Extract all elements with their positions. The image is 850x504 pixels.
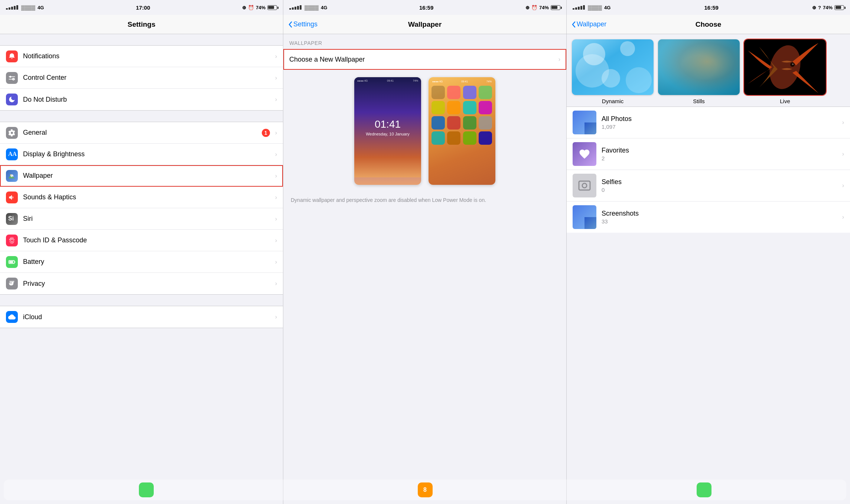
section-general: General 1 › AA Display & Brightness ›: [0, 122, 283, 295]
selfies-count: 0: [602, 187, 840, 193]
live-label: Live: [780, 98, 790, 104]
chevron-sounds: ›: [275, 194, 277, 201]
chevron-privacy: ›: [275, 280, 277, 287]
signal-2: [289, 5, 302, 10]
display-icon: AA: [6, 148, 18, 160]
status-right-1: ⊕ ⏰ 74%: [242, 5, 277, 10]
sidebar-item-touch-id-passcode[interactable]: Touch ID & Passcode ›: [0, 230, 283, 251]
general-icon: [6, 127, 18, 139]
dnd-label: Do Not Disturb: [23, 96, 273, 104]
selfies-thumb: [573, 174, 596, 197]
wallpaper-types: Dynamic Stills: [567, 34, 850, 107]
screenshots-thumb: [573, 205, 596, 229]
svg-point-5: [10, 174, 11, 175]
sidebar-item-do-not-disturb[interactable]: Do Not Disturb ›: [0, 89, 283, 110]
chevron-control-center: ›: [275, 75, 277, 81]
location-icon-2: ⊕: [525, 5, 530, 10]
status-left-2: ▓▓▓▓ 4G: [289, 5, 327, 10]
nav-bar-settings: Settings: [0, 15, 283, 34]
chevron-general: ›: [275, 130, 277, 136]
app-icon-9: [431, 116, 445, 130]
spacer-3: [0, 295, 283, 306]
sidebar-item-sounds-haptics[interactable]: Sounds & Haptics ›: [0, 187, 283, 208]
sidebar-item-privacy[interactable]: Privacy ›: [0, 273, 283, 294]
screenshots-info: Screenshots 33: [602, 210, 840, 225]
favorites-thumb: [573, 142, 596, 166]
signal-1: [6, 5, 18, 10]
spacer-2: [0, 111, 283, 122]
question-icon-3: ?: [818, 5, 821, 10]
svg-point-10: [792, 63, 794, 65]
status-right-2: ⊕ ⏰ 74%: [525, 5, 560, 10]
control-center-label: Control Center: [23, 74, 273, 82]
chevron-screenshots: ›: [842, 214, 844, 220]
chevron-battery: ›: [275, 259, 277, 265]
sidebar-item-display-brightness[interactable]: AA Display & Brightness ›: [0, 144, 283, 165]
app-icon-2: [447, 86, 460, 99]
all-photos-name: All Photos: [602, 115, 840, 123]
toggle-svg: [8, 74, 16, 82]
home-screen-preview[interactable]: ●●●● 4G 09:41 74%: [429, 77, 495, 185]
fingerprint-svg: [8, 237, 16, 244]
section-notifications: Notifications › Control Center ›: [0, 45, 283, 111]
wallpaper-type-stills[interactable]: Stills: [658, 39, 740, 104]
bokeh-5: [602, 69, 620, 88]
chevron-notifications: ›: [275, 53, 277, 60]
lock-screen-bg: ●●●● 4G 09:41 74% 01:41 Wednesday, 10 Ja…: [354, 77, 421, 185]
selfies-name: Selfies: [602, 178, 840, 186]
aa-text: AA: [8, 151, 16, 158]
back-to-settings[interactable]: Settings: [289, 20, 317, 28]
chevron-choose-wallpaper: ›: [558, 56, 560, 63]
back-chevron-icon-2: [572, 22, 576, 27]
album-selfies[interactable]: Selfies 0 ›: [567, 170, 850, 202]
chevron-all-photos: ›: [842, 119, 844, 126]
back-label-settings: Settings: [293, 20, 317, 28]
siri-label: Siri: [23, 215, 273, 223]
icloud-label: iCloud: [23, 313, 273, 321]
wallpaper-type-live[interactable]: Live: [744, 39, 826, 104]
sidebar-item-control-center[interactable]: Control Center ›: [0, 67, 283, 89]
sidebar-item-siri[interactable]: Si Siri ›: [0, 208, 283, 230]
album-all-photos[interactable]: All Photos 1,097 ›: [567, 107, 850, 138]
lock-screen-preview[interactable]: ●●●● 4G 09:41 74% 01:41 Wednesday, 10 Ja…: [354, 77, 421, 185]
display-label: Display & Brightness: [23, 150, 273, 158]
siri-text: Si: [8, 215, 16, 223]
siri-icon: Si: [6, 213, 18, 225]
app-icon-1: [431, 86, 445, 99]
page-title-wallpaper: Wallpaper: [408, 20, 442, 29]
chevron-touch-id: ›: [275, 237, 277, 244]
battery-fill-2: [551, 6, 557, 9]
chevron-siri: ›: [275, 216, 277, 222]
lock-date-text: Wednesday, 10 January: [366, 132, 410, 136]
album-screenshots[interactable]: Screenshots 33 ›: [567, 202, 850, 233]
choose-new-wallpaper-row[interactable]: Choose a New Wallpaper ›: [283, 49, 566, 70]
chevron-icloud: ›: [275, 314, 277, 320]
app-icon-4: [479, 86, 492, 99]
sidebar-item-wallpaper[interactable]: Wallpaper ›: [0, 165, 283, 187]
wallpaper-note: Dynamic wallpaper and perspective zoom a…: [283, 192, 566, 209]
chevron-display: ›: [275, 151, 277, 158]
general-label: General: [23, 129, 262, 137]
notifications-label: Notifications: [23, 52, 273, 60]
svg-rect-11: [579, 181, 590, 190]
wallpaper-previews: ●●●● 4G 09:41 74% 01:41 Wednesday, 10 Ja…: [283, 70, 566, 192]
app-icon-16: [479, 131, 492, 145]
sidebar-item-icloud[interactable]: iCloud ›: [0, 306, 283, 328]
sidebar-item-notifications[interactable]: Notifications ›: [0, 46, 283, 67]
sidebar-item-battery[interactable]: Battery ›: [0, 251, 283, 273]
back-to-wallpaper[interactable]: Wallpaper: [572, 20, 606, 28]
page-title-settings: Settings: [128, 20, 156, 29]
all-photos-info: All Photos 1,097: [602, 115, 840, 130]
stills-label: Stills: [693, 98, 705, 104]
favorites-name: Favorites: [602, 147, 840, 154]
battery-icon-1: [267, 5, 277, 10]
cloud-svg: [8, 313, 16, 321]
alarm-icon-1: ⏰: [248, 5, 254, 10]
icloud-icon: [6, 311, 18, 323]
battery-pct-3: 74%: [823, 5, 833, 10]
wallpaper-type-dynamic[interactable]: Dynamic: [572, 39, 654, 104]
sidebar-item-general[interactable]: General 1 ›: [0, 122, 283, 144]
album-favorites[interactable]: Favorites 2 ›: [567, 138, 850, 170]
back-chevron-icon: [289, 22, 292, 27]
app-icon-13: [431, 131, 445, 145]
